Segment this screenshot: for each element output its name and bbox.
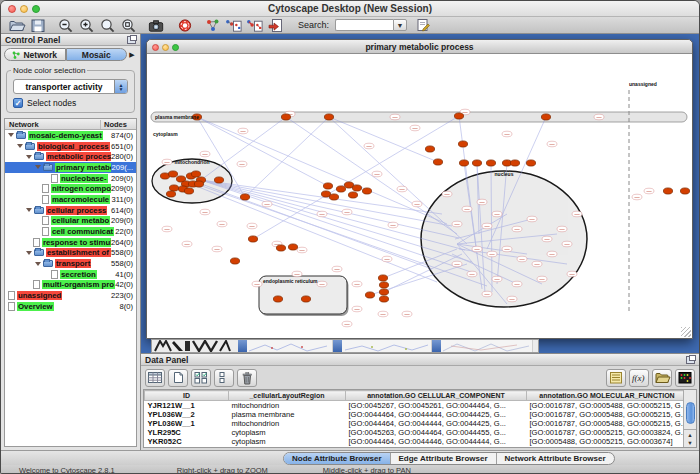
search-dropdown-icon[interactable]: ▼ [393, 19, 407, 31]
tree-row-node-count: 8(0) [119, 302, 136, 311]
select-attributes-button[interactable] [191, 369, 211, 387]
tab-node-attribute-browser[interactable]: Node Attribute Browser [284, 453, 391, 464]
tree-row-label: nitrogen compo [51, 184, 111, 193]
network-from-selected-edges-button[interactable] [245, 18, 264, 33]
close-icon[interactable] [152, 44, 159, 51]
tree-row-establishment-of-lo[interactable]: establishment of lo558(0) [5, 248, 136, 259]
table-row[interactable]: YDR039C__1mitochondrion[GO:0044464, GO:0… [145, 446, 688, 448]
zoom-out-button[interactable] [56, 18, 75, 33]
tree-row-cellular-metabo[interactable]: cellular metabo209(0) [5, 216, 136, 227]
tree-row-cell-communicat[interactable]: cell communicat22(0) [5, 226, 136, 237]
network-from-selected-nodes-button[interactable] [224, 18, 243, 33]
node-color-combo[interactable]: transporter activity ▲▼ [13, 79, 128, 94]
column-header[interactable]: annotation.GO CELLULAR_COMPONENT [346, 391, 527, 401]
expand-arrow-icon[interactable] [26, 251, 32, 255]
select-nodes-label: Select nodes [27, 98, 76, 108]
float-panel-icon[interactable] [127, 36, 136, 44]
scroll-up-icon[interactable]: ▲ [687, 431, 692, 439]
scrollbar-thumb[interactable] [686, 402, 695, 424]
minimize-icon[interactable] [20, 5, 28, 13]
snapshot-button[interactable] [147, 18, 166, 33]
network-view-window[interactable]: primary metabolic process plasma membran… [146, 39, 693, 339]
background-window-titlebar[interactable] [238, 340, 247, 352]
resize-grip[interactable] [681, 327, 691, 337]
tree-row-cellular-process[interactable]: cellular process614(0) [5, 205, 136, 216]
background-window-titlebar[interactable] [432, 340, 441, 352]
tree-row-primary-metabo[interactable]: primary metabo209(... [5, 162, 136, 173]
attribute-list-button[interactable] [606, 369, 626, 387]
tree-row-nucleobase-[interactable]: nucleobase-209(0) [5, 173, 136, 184]
network-window-titlebar[interactable]: primary metabolic process [147, 40, 692, 54]
zoom-in-button[interactable] [77, 18, 96, 33]
search-input[interactable] [335, 19, 393, 31]
tab-mosaic[interactable]: Mosaic [66, 48, 128, 61]
table-scrollbar[interactable]: ▲▼ [683, 390, 696, 447]
unselect-attributes-button[interactable] [214, 369, 234, 387]
tab-overflow-arrow-icon[interactable]: ▶ [127, 48, 137, 61]
select-nodes-checkbox[interactable]: ✓ [13, 98, 23, 108]
network-graph[interactable]: plasma membranecytoplasmmitochondrionnuc… [147, 54, 692, 338]
status-pan-hint: Middle-click + drag to PAN [323, 466, 411, 474]
tree-row-label: response to stimulu [42, 238, 111, 247]
scrollbar-buttons[interactable]: ▲▼ [684, 429, 696, 447]
background-window-thumbnail[interactable] [441, 340, 533, 352]
attribute-table-button[interactable] [145, 369, 165, 387]
expand-arrow-icon[interactable] [8, 133, 14, 137]
network-window-title: primary metabolic process [365, 42, 473, 52]
tree-row-macromolecule[interactable]: macromolecule311(0) [5, 194, 136, 205]
tree-row-unassigned[interactable]: unassigned223(0) [5, 290, 136, 301]
close-icon[interactable] [8, 5, 16, 13]
table-row[interactable]: YLR295Ccytoplasm[GO:0045263, GO:0044464,… [145, 428, 688, 437]
expand-arrow-icon[interactable] [35, 165, 41, 169]
create-network-button[interactable] [203, 18, 222, 33]
tree-row-transport[interactable]: transport558(0) [5, 258, 136, 269]
tab-edge-attribute-browser[interactable]: Edge Attribute Browser [391, 453, 497, 464]
save-button[interactable] [28, 18, 47, 33]
tree-row-multi-organism-pro[interactable]: multi-organism pro42(0) [5, 280, 136, 291]
new-attribute-button[interactable] [168, 369, 188, 387]
minimize-icon[interactable] [162, 44, 169, 51]
expand-arrow-icon[interactable] [35, 262, 41, 266]
tab-network-attribute-browser[interactable]: Network Attribute Browser [497, 453, 614, 464]
expand-arrow-icon[interactable] [26, 155, 32, 159]
network-canvas[interactable]: plasma membranecytoplasmmitochondrionnuc… [147, 54, 692, 338]
table-row[interactable]: YPL036W__1mitochondrion[GO:0044464, GO:0… [145, 419, 688, 428]
tree-row-label: unassigned [17, 291, 62, 300]
tree-row-overview[interactable]: Overview8(0) [5, 301, 136, 312]
zoom-window-icon[interactable] [172, 44, 179, 51]
advanced-search-button[interactable] [413, 18, 432, 33]
expand-arrow-icon[interactable] [17, 144, 23, 148]
background-window-titlebar[interactable] [333, 340, 342, 352]
tree-row-response-to-stimulu[interactable]: response to stimulu264(0) [5, 237, 136, 248]
formula-builder-button[interactable]: f(x) [629, 369, 649, 387]
zoom-window-icon[interactable] [32, 5, 40, 13]
background-window-thumbnail[interactable] [247, 340, 333, 352]
table-row[interactable]: YPL036W__2plasma membrane[GO:0044464, GO… [145, 410, 688, 419]
column-header[interactable]: annotation.GO MOLECULAR_FUNCTION [527, 391, 688, 401]
expand-arrow-icon[interactable] [26, 208, 32, 212]
delete-attribute-button[interactable] [237, 369, 257, 387]
tree-row-biological-process[interactable]: biological_process651(0) [5, 141, 136, 152]
zoom-fit-button[interactable] [98, 18, 117, 33]
titlebar[interactable]: Cytoscape Desktop (New Session) [1, 1, 699, 17]
tree-row-node-count: 874(0) [111, 131, 136, 140]
import-attributes-button[interactable] [652, 369, 672, 387]
zoom-selected-button[interactable] [119, 18, 138, 33]
tree-row-mosaic-demo-yeast[interactable]: mosaic-demo-yeast874(0) [5, 130, 136, 141]
column-header[interactable]: _cellularLayoutRegion [229, 391, 346, 401]
tree-row-secretion[interactable]: secretion41(0) [5, 269, 136, 280]
table-row[interactable]: YJR121W__1mitochondrion[GO:0045267, GO:0… [145, 401, 688, 411]
table-row[interactable]: YKR052Ccytoplasm[GO:0044464, GO:0044446,… [145, 437, 688, 446]
help-button[interactable] [175, 18, 194, 33]
background-window-thumbnail[interactable] [342, 340, 432, 352]
orange-nodes[interactable] [160, 113, 689, 302]
scroll-down-icon[interactable]: ▼ [687, 439, 692, 447]
open-button[interactable] [7, 18, 26, 33]
vizmapper-button[interactable] [266, 18, 285, 33]
attribute-matrix-button[interactable] [675, 369, 695, 387]
tree-row-metabolic-process[interactable]: metabolic process280(0) [5, 151, 136, 162]
tab-network[interactable]: Network [4, 48, 66, 61]
column-header[interactable]: ID [145, 391, 229, 401]
float-panel-icon[interactable] [686, 356, 695, 364]
tree-row-nitrogen-compo[interactable]: nitrogen compo209(0) [5, 183, 136, 194]
